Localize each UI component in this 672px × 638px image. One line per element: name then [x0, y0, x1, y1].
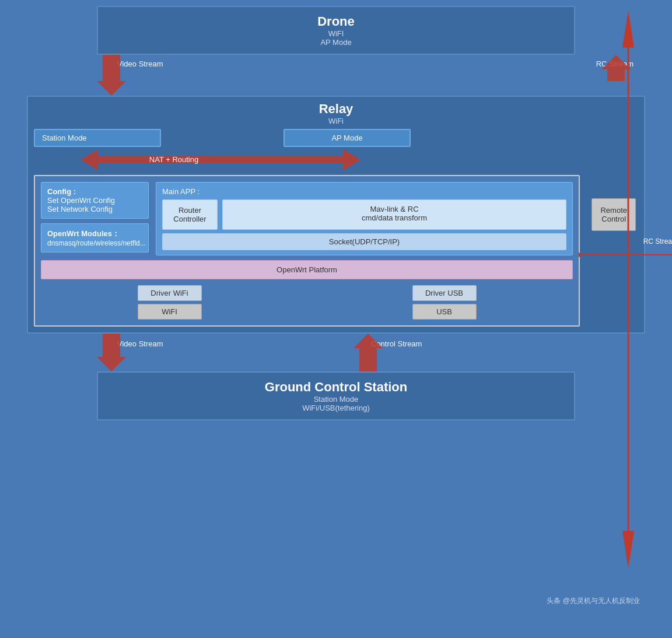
relay-box: Relay WiFi Station Mode AP Mode — [27, 96, 645, 334]
mavlink-box: Mav-link & RC cmd/data transform — [222, 199, 566, 230]
drone-subtitle1: WiFI — [110, 29, 562, 38]
station-mode-box: Station Mode — [34, 129, 161, 147]
svg-marker-1 — [97, 55, 126, 96]
gcs-title: Ground Control Station — [110, 380, 562, 395]
wifi-driver-group: Driver WiFi WiFI — [138, 285, 202, 320]
config-box: Config : Set OpenWrt Config Set Network … — [41, 182, 149, 219]
driver-usb-box: Driver USB — [412, 285, 477, 301]
wifi-hw-box: WiFI — [138, 304, 202, 320]
ap-mode-box: AP Mode — [284, 129, 411, 147]
svg-marker-9 — [354, 334, 383, 371]
gcs-box: Ground Control Station Station Mode WiFi… — [97, 371, 575, 420]
usb-hw-box: USB — [412, 304, 477, 320]
router-controller-box: Router Controller — [162, 199, 218, 230]
openwrt-platform-box: OpenWrt Platform — [41, 260, 573, 279]
nat-routing-label: NAT + Routing — [149, 155, 198, 164]
watermark: 头条 @先灵机与无人机反制业 — [547, 596, 640, 606]
openwrt-modules-box: OpenWrt Modules： dnsmasq/route/wireless/… — [41, 223, 149, 253]
svg-marker-5 — [80, 149, 360, 170]
relay-title: Relay — [34, 101, 638, 117]
gcs-subtitle2: WiFi/USB(tethering) — [110, 404, 562, 412]
svg-marker-11 — [622, 10, 634, 48]
socket-box: Socket(UDP/TCP/IP) — [162, 233, 566, 250]
main-app-area: Main APP : Router Controller Mav-link & … — [156, 182, 573, 255]
gcs-subtitle1: Station Mode — [110, 395, 562, 404]
main-app-label: Main APP : — [162, 187, 566, 196]
usb-driver-group: Driver USB USB — [412, 285, 477, 320]
drone-title: Drone — [110, 14, 562, 29]
svg-marker-12 — [622, 531, 634, 568]
drone-subtitle2: AP Mode — [110, 38, 562, 47]
inner-box: Config : Set OpenWrt Config Set Network … — [34, 175, 580, 327]
svg-marker-8 — [97, 334, 126, 371]
drone-box: Drone WiFI AP Mode — [97, 6, 575, 55]
driver-wifi-box: Driver WiFi — [138, 285, 202, 301]
relay-subtitle: WiFi — [34, 117, 638, 125]
